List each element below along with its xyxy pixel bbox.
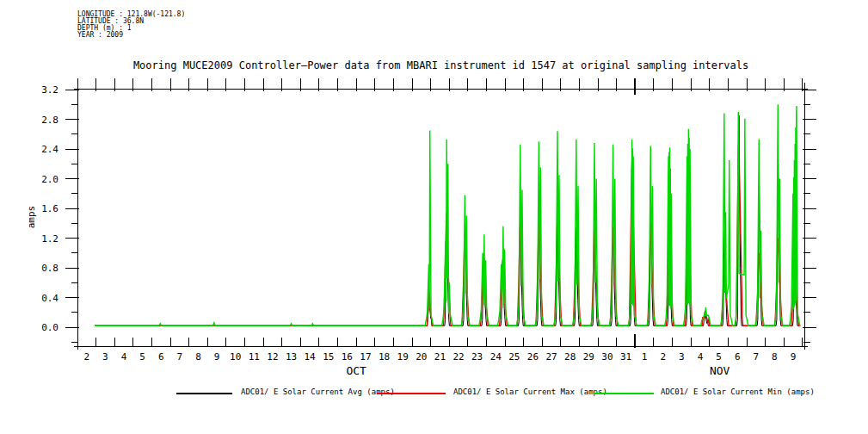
x-tick-label: 26	[527, 351, 539, 363]
y-tick-label: 0.4	[41, 293, 58, 304]
y-tick-label: 0.8	[41, 263, 58, 274]
x-tick-label: 25	[508, 351, 520, 363]
x-tick-label: 10	[230, 351, 241, 363]
y-tick-label: 1.6	[41, 203, 58, 214]
x-tick-label: 2	[83, 351, 89, 363]
legend-line-max	[377, 393, 446, 394]
x-tick-label: 24	[490, 351, 502, 363]
x-tick-label: 2	[660, 351, 666, 363]
x-tick-label: 5	[139, 351, 145, 363]
x-tick-label: 12	[267, 351, 278, 363]
x-axis-month-labels: OCTNOV	[346, 364, 729, 377]
y-axis-labels: 0.00.40.81.21.62.02.42.83.2	[41, 84, 58, 333]
x-tick-label: 7	[177, 351, 183, 363]
x-tick-label: 19	[397, 351, 409, 363]
month-label: NOV	[710, 364, 730, 377]
x-tick-label: 22	[452, 351, 464, 363]
legend-line-min	[594, 393, 654, 394]
y-axis-title: amps	[26, 206, 37, 229]
x-tick-label: 4	[121, 351, 127, 363]
legend-line-avg	[176, 393, 232, 394]
y-tick-label: 0.0	[41, 322, 58, 333]
x-tick-label: 9	[791, 351, 797, 363]
series-min-line	[95, 104, 800, 326]
x-tick-label: 16	[342, 351, 353, 363]
x-tick-label: 6	[735, 351, 741, 363]
x-tick-label: 21	[434, 351, 446, 363]
x-tick-label: 27	[545, 351, 557, 363]
y-tick-label: 2.8	[41, 115, 58, 126]
x-tick-label: 17	[360, 351, 371, 363]
legend-label-max: ADC01/ E Solar Current Max (amps)	[453, 388, 607, 396]
y-tick-label: 2.4	[41, 144, 58, 155]
x-tick-label: 31	[620, 351, 631, 363]
y-axis-ticks	[65, 90, 816, 342]
x-tick-label: 9	[214, 351, 220, 363]
x-tick-label: 30	[601, 351, 613, 363]
y-axis-title: amps	[26, 206, 37, 229]
x-tick-label: 20	[416, 351, 427, 363]
legend-label-avg: ADC01/ E Solar Current Avg (amps)	[241, 388, 395, 396]
x-tick-label: 8	[772, 351, 778, 363]
x-tick-label: 18	[379, 351, 390, 363]
plot-canvas: LONGITUDE : 121.8W(-121.8) LATITUDE : 36…	[0, 0, 868, 434]
x-tick-label: 11	[249, 351, 260, 363]
x-axis-labels: 2345678910111213141516171819202122232425…	[83, 351, 796, 363]
y-tick-label: 3.2	[41, 84, 58, 96]
x-tick-label: 28	[564, 351, 576, 363]
x-tick-label: 3	[679, 351, 685, 363]
x-tick-label: 23	[471, 351, 483, 363]
x-tick-label: 3	[102, 351, 108, 363]
x-tick-label: 13	[286, 351, 297, 363]
axes	[74, 83, 808, 350]
month-label: OCT	[346, 364, 366, 377]
x-tick-label: 1	[642, 351, 648, 363]
legend-label-min: ADC01/ E Solar Current Min (amps)	[661, 388, 815, 396]
x-tick-label: 14	[305, 351, 317, 363]
x-axis-ticks	[77, 78, 803, 348]
x-tick-label: 29	[583, 351, 594, 363]
x-tick-label: 5	[716, 351, 722, 363]
x-tick-label: 4	[698, 351, 704, 363]
chart-area: 0.00.40.81.21.62.02.42.83.2amps234567891…	[0, 0, 868, 434]
y-tick-label: 2.0	[41, 174, 58, 185]
x-tick-label: 8	[195, 351, 201, 363]
series-min-line	[95, 104, 800, 326]
x-tick-label: 7	[753, 351, 759, 363]
x-tick-label: 15	[323, 351, 334, 363]
y-tick-label: 1.2	[41, 233, 58, 245]
x-tick-label: 6	[158, 351, 164, 363]
